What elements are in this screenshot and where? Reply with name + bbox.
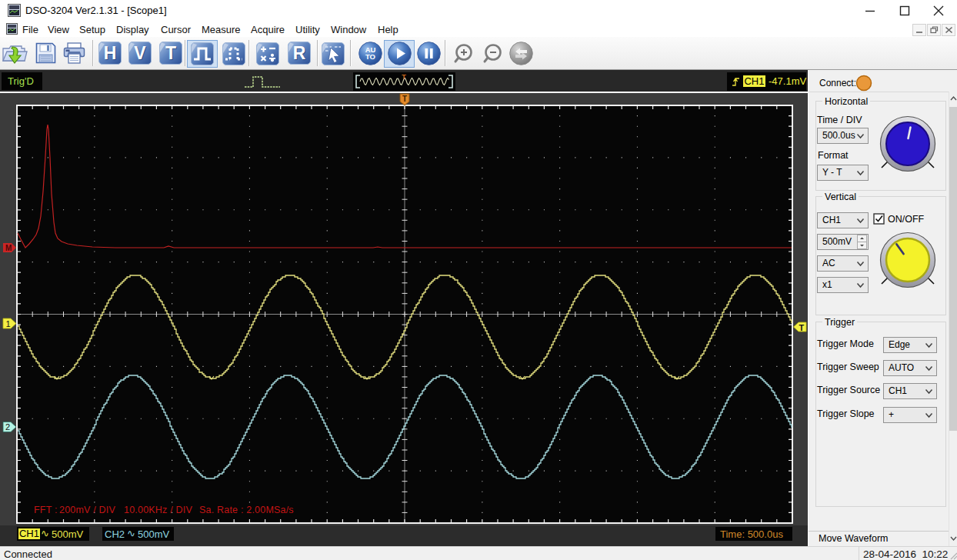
svg-text:R: R [293, 43, 306, 63]
svg-text:T: T [402, 73, 406, 81]
svg-text:T: T [165, 43, 176, 63]
svg-text:TO: TO [365, 52, 375, 61]
svg-text:H: H [104, 43, 117, 63]
svg-text:V: V [134, 43, 146, 63]
